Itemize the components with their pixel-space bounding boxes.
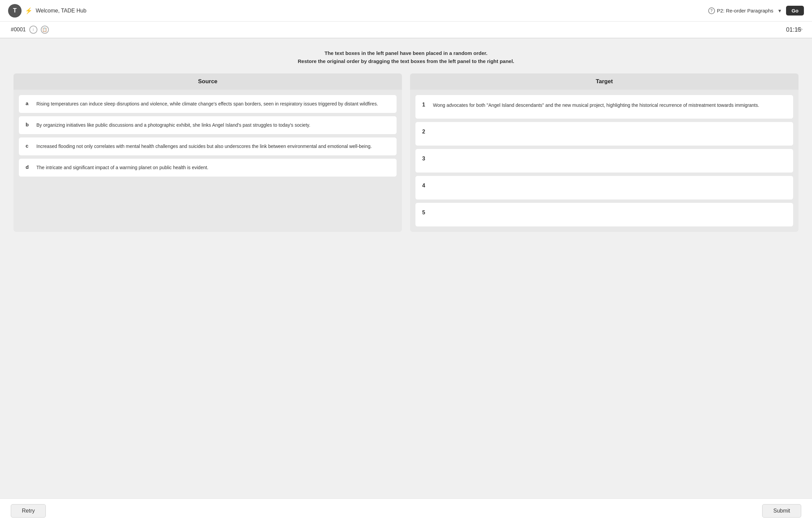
target-panel-header: Target	[410, 73, 798, 90]
source-item-text: Rising temperatures can induce sleep dis…	[36, 101, 378, 108]
target-panel-body: 1 Wong advocates for both "Angel Island …	[410, 90, 798, 232]
target-item-label: 1	[422, 102, 428, 108]
header: T ⚡ Welcome, TADE Hub ? P2: Re-order Par…	[0, 0, 812, 22]
target-panel: Target 1 Wong advocates for both "Angel …	[410, 73, 798, 232]
source-panel-header: Source	[14, 73, 402, 90]
instruction-line1: The text boxes in the left panel have be…	[325, 50, 487, 56]
target-item-label: 3	[422, 156, 428, 162]
target-item[interactable]: 3	[416, 149, 793, 173]
problem-id: #0001	[11, 26, 26, 33]
lightning-icon: ⚡	[25, 7, 32, 15]
target-item-label: 4	[422, 183, 428, 189]
instruction-line2: Restore the original order by dragging t…	[298, 58, 515, 64]
target-item[interactable]: 4	[416, 176, 793, 199]
source-item[interactable]: a Rising temperatures can induce sleep d…	[19, 95, 396, 113]
dropdown-arrow-icon[interactable]: ▼	[777, 8, 782, 14]
source-item[interactable]: d The intricate and significant impact o…	[19, 159, 396, 177]
source-item[interactable]: b By organizing initiatives like public …	[19, 116, 396, 134]
source-item[interactable]: c Increased flooding not only correlates…	[19, 138, 396, 155]
source-item-label: b	[25, 122, 31, 127]
target-item-label: 2	[422, 129, 428, 135]
edit-icon[interactable]: ✏	[793, 23, 807, 36]
sub-header-left: #0001 i 📋	[11, 25, 49, 38]
source-panel-body: a Rising temperatures can induce sleep d…	[14, 90, 402, 182]
header-right: ? P2: Re-order Paragraphs ▼ Go	[708, 6, 804, 16]
avatar: T	[8, 4, 22, 18]
go-button[interactable]: Go	[786, 6, 804, 16]
target-item[interactable]: 5	[416, 203, 793, 227]
question-label: ? P2: Re-order Paragraphs	[708, 7, 774, 14]
help-icon[interactable]: ?	[708, 7, 715, 14]
source-item-text: Increased flooding not only correlates w…	[36, 143, 372, 150]
main-content: The text boxes in the left panel have be…	[0, 38, 812, 499]
source-item-label: a	[25, 101, 31, 106]
source-item-text: By organizing initiatives like public di…	[36, 122, 310, 129]
panels-container: Source a Rising temperatures can induce …	[14, 73, 798, 232]
target-item[interactable]: 2	[416, 122, 793, 146]
sub-header: #0001 i 📋 01:15 ✏	[0, 22, 812, 38]
bottom-bar: Retry Submit	[0, 499, 812, 523]
header-left: T ⚡ Welcome, TADE Hub	[8, 4, 86, 18]
welcome-text: Welcome, TADE Hub	[36, 8, 86, 14]
notes-icon[interactable]: 📋	[41, 25, 49, 34]
source-item-text: The intricate and significant impact of …	[36, 164, 208, 171]
source-panel: Source a Rising temperatures can induce …	[14, 73, 402, 232]
instructions: The text boxes in the left panel have be…	[14, 49, 798, 65]
submit-button[interactable]: Submit	[762, 504, 801, 518]
target-item-label: 5	[422, 210, 428, 216]
retry-button[interactable]: Retry	[11, 504, 46, 518]
target-item[interactable]: 1 Wong advocates for both "Angel Island …	[416, 95, 793, 119]
source-item-label: c	[25, 143, 31, 149]
target-item-content: Wong advocates for both "Angel Island de…	[433, 102, 759, 109]
source-item-label: d	[25, 164, 31, 170]
question-label-text: P2: Re-order Paragraphs	[717, 8, 774, 14]
info-icon[interactable]: i	[29, 25, 37, 34]
